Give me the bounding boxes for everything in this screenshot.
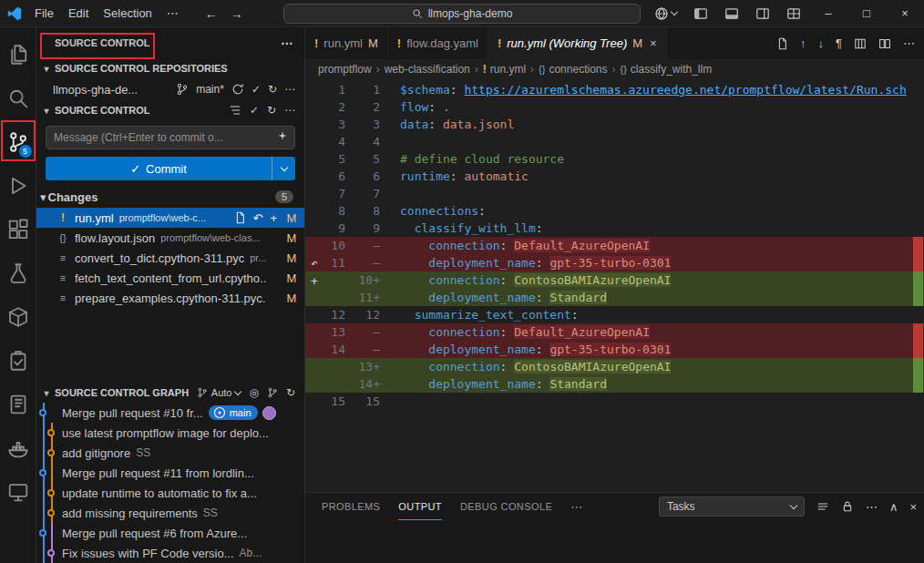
commit-row[interactable]: Merge pull request #10 fr...main — [36, 403, 304, 423]
split-editor-icon[interactable] — [878, 37, 891, 50]
commit-message-input[interactable] — [46, 126, 295, 149]
breadcrumb-item[interactable]: !run.yml — [483, 63, 526, 76]
discard-icon[interactable]: ↶ — [253, 211, 263, 225]
prev-change-icon[interactable]: ↑ — [800, 36, 806, 50]
scm-count-badge: 5 — [18, 144, 33, 159]
panel-tab-debug-console[interactable]: DEBUG CONSOLE — [460, 493, 552, 520]
more-actions-icon[interactable]: ⋯ — [866, 500, 878, 514]
open-file-icon[interactable] — [775, 37, 788, 50]
run-debug-icon[interactable] — [0, 164, 36, 208]
close-button[interactable]: × — [886, 0, 924, 26]
breadcrumb-item[interactable]: {}classify_with_llm — [620, 63, 712, 76]
restore-button[interactable]: □ — [847, 0, 886, 26]
scm-file-row[interactable]: {}flow.layout.jsonpromptflow\web-clas...… — [36, 228, 304, 248]
notebook-icon[interactable] — [0, 383, 36, 426]
output-channel-select[interactable]: Tasks — [659, 496, 805, 517]
toggle-panel-icon[interactable] — [716, 0, 747, 26]
search-icon[interactable] — [0, 77, 36, 120]
scm-file-row[interactable]: ≡prepare_examples.cpython-311.pyc...M — [36, 288, 304, 308]
remote-explorer-icon[interactable] — [0, 470, 36, 514]
repositories-section-header[interactable]: ▾ SOURCE CONTROL REPOSITORIES — [36, 58, 304, 78]
refresh-icon[interactable]: ↻ — [286, 386, 295, 399]
diff-line: 1212 summarize_text_content: — [305, 306, 924, 323]
testing-icon[interactable] — [0, 251, 36, 295]
more-panel-tabs-icon[interactable]: ⋯ — [570, 500, 582, 514]
next-change-icon[interactable]: ↓ — [818, 36, 825, 50]
breadcrumb-item[interactable]: {}connections — [539, 63, 607, 76]
commit-dropdown-button[interactable] — [272, 157, 295, 180]
customize-layout-icon[interactable] — [778, 0, 809, 26]
breadcrumb-item[interactable]: web-classification — [385, 63, 470, 76]
commit-check-icon[interactable]: ✓ — [252, 83, 261, 96]
more-actions-icon[interactable]: ⋯ — [903, 36, 915, 50]
forward-icon[interactable]: → — [224, 6, 250, 21]
toggle-sidebar-right-icon[interactable] — [747, 0, 778, 26]
view-as-tree-icon[interactable] — [229, 104, 241, 117]
commit-button[interactable]: ✓ Commit — [46, 157, 295, 180]
explorer-icon[interactable] — [0, 33, 36, 77]
graph-section-header[interactable]: ▾ SOURCE CONTROL GRAPH Auto ◎ ↻ — [36, 383, 304, 403]
commit-check-icon[interactable]: ✓ — [250, 104, 259, 117]
graph-header-label: SOURCE CONTROL GRAPH — [55, 387, 189, 398]
minimize-button[interactable]: – — [809, 0, 847, 26]
stage-icon[interactable]: + — [270, 211, 277, 225]
editor-tab[interactable]: !run.yml (Working Tree)M× — [488, 27, 667, 59]
changes-section-header[interactable]: ▾ Changes 5 — [36, 186, 304, 208]
git-branch-icon[interactable] — [176, 83, 189, 96]
git-fetch-icon[interactable] — [267, 387, 278, 398]
repository-row[interactable]: llmops-gha-de... main* ✓ ↻ ⋯ — [36, 78, 304, 100]
docker-icon[interactable] — [0, 426, 36, 470]
refresh-icon[interactable]: ↻ — [267, 104, 276, 117]
scm-file-row[interactable]: ≡convert_to_dict.cpython-311.pycpr...M — [36, 248, 304, 268]
search-box[interactable]: llmops-gha-demo — [283, 4, 641, 24]
open-file-icon[interactable] — [233, 211, 246, 224]
menu-selection[interactable]: Selection — [96, 4, 159, 23]
generate-commit-message-icon[interactable] — [277, 130, 288, 141]
menu-more[interactable]: ⋯ — [159, 4, 186, 23]
source-control-icon[interactable]: 5 — [0, 120, 36, 164]
stage-block-icon[interactable]: + — [307, 272, 322, 290]
revert-block-icon[interactable]: ↶ — [307, 254, 322, 271]
commit-row[interactable]: add missing requirementsSS — [36, 503, 304, 523]
close-icon[interactable]: × — [650, 36, 657, 50]
editor-tab[interactable]: !run.ymlM — [305, 27, 388, 59]
back-icon[interactable]: ← — [199, 6, 224, 21]
close-panel-icon[interactable]: × — [909, 500, 917, 514]
editor-tab[interactable]: !flow.dag.yaml — [388, 27, 488, 59]
goto-current-commit-icon[interactable]: ◎ — [249, 386, 258, 399]
branch-badge-main[interactable]: main — [209, 405, 258, 420]
lock-scroll-icon[interactable] — [841, 500, 854, 513]
extensions-icon[interactable] — [0, 208, 36, 251]
branch-label[interactable]: main* — [196, 83, 224, 96]
scm-file-row[interactable]: ≡fetch_text_content_from_url.cpytho...M — [36, 268, 304, 288]
commit-row[interactable]: use latest promptflow image for deplo... — [36, 423, 304, 443]
branch-badge-label: main — [230, 407, 252, 418]
globe-icon[interactable] — [646, 0, 685, 26]
toggle-sidebar-left-icon[interactable] — [685, 0, 716, 26]
refresh-icon[interactable]: ↻ — [268, 83, 277, 96]
panel-tab-output[interactable]: OUTPUT — [398, 493, 442, 520]
commit-row[interactable]: update runtime to automatic to fix a... — [36, 483, 304, 503]
more-actions-icon[interactable]: ⋯ — [284, 104, 295, 117]
checklist-icon[interactable] — [0, 339, 36, 383]
commit-row[interactable]: Fix issues with PF Code versio...Ab... — [36, 543, 304, 563]
menu-edit[interactable]: Edit — [61, 4, 96, 23]
more-actions-icon[interactable]: ⋯ — [284, 83, 295, 96]
filter-icon[interactable] — [816, 500, 829, 513]
status-modified-badge: M — [286, 271, 297, 285]
package-icon[interactable] — [0, 295, 36, 339]
panel-tab-problems[interactable]: PROBLEMS — [322, 493, 380, 520]
more-actions-icon[interactable]: ⋯ — [281, 36, 293, 50]
menu-file[interactable]: File — [27, 4, 61, 23]
scm-section-header[interactable]: ▾ SOURCE CONTROL ✓ ↻ ⋯ — [36, 100, 304, 120]
sync-icon[interactable] — [231, 83, 244, 96]
commit-row[interactable]: Merge pull request #11 from lordlin... — [36, 463, 304, 483]
graph-repo-selector[interactable]: Auto — [197, 387, 241, 398]
commit-row[interactable]: add gitignoreSS — [36, 443, 304, 463]
breadcrumb-item[interactable]: promptflow — [318, 63, 372, 76]
maximize-panel-icon[interactable]: ∧ — [889, 500, 898, 514]
commit-row[interactable]: Merge pull request #6 from Azure... — [36, 523, 304, 543]
scm-file-row[interactable]: !run.ymlpromptflow\web-c...↶+M — [36, 208, 304, 228]
whitespace-icon[interactable]: ¶ — [836, 36, 842, 50]
diff-map-icon[interactable] — [854, 37, 867, 50]
